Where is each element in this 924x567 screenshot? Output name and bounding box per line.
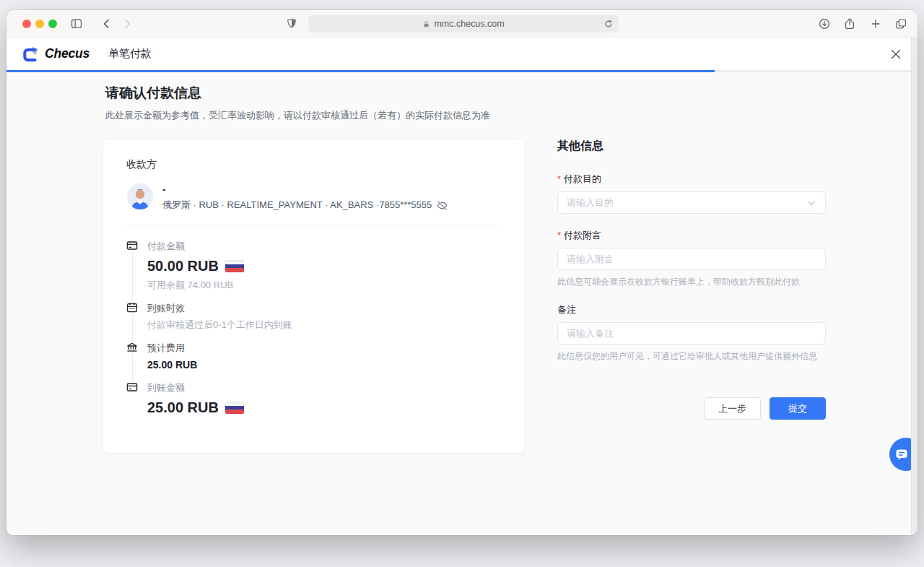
page-row: Checus 单笔付款 请确认付款信息 此处展示金额为参考值，受汇率波动影响，请… (6, 38, 918, 535)
russia-flag-icon (225, 260, 244, 272)
eye-off-icon[interactable] (437, 200, 448, 211)
close-window-button[interactable] (22, 20, 31, 28)
downloads-icon[interactable] (818, 17, 831, 30)
timeline-item-arrival-time: 到账时效 付款审核通过后0-1个工作日内到账 (126, 302, 502, 332)
arrival-amount-value: 25.00 RUB (147, 398, 219, 417)
close-icon[interactable] (888, 46, 904, 62)
postscript-input-wrap (557, 248, 826, 270)
postscript-helper: 此信息可能会展示在收款方银行账单上，帮助收款方甄别此付款 (557, 276, 826, 288)
payee-avatar (126, 183, 154, 210)
submit-button[interactable]: 提交 (770, 397, 826, 420)
page-subtitle: 此处展示金额为参考值，受汇率波动影响，请以付款审核通过后（若有）的实际付款信息为… (105, 109, 490, 122)
chat-support-button[interactable] (889, 438, 911, 471)
zoom-window-button[interactable] (48, 20, 57, 28)
web-page: Checus 单笔付款 请确认付款信息 此处展示金额为参考值，受汇率波动影响，请… (6, 38, 911, 535)
payment-timeline: 付款金额 50.00 RUB 可用余额 74.00 RUB (126, 240, 502, 417)
timeline-item-arrival-amount: 到账金额 25.00 RUB (126, 381, 502, 417)
purpose-placeholder: 请输入目的 (567, 196, 806, 209)
payee-row: - 俄罗斯 · RUB · REALTIME_PAYMENT · AK_BARS… (126, 183, 502, 212)
lock-icon (422, 20, 430, 29)
remark-field-group: 备注 此信息仅您的用户可见，可通过它给审批人或其他用户提供额外信息 (557, 303, 826, 363)
credit-card-icon (126, 240, 138, 251)
scrollbar[interactable] (911, 38, 918, 535)
chat-bubble-icon (894, 447, 909, 462)
payee-details-text: 俄罗斯 · RUB · REALTIME_PAYMENT · AK_BARS ·… (162, 199, 432, 212)
tab-overview-icon[interactable] (894, 17, 907, 30)
main-content: 请确认付款信息 此处展示金额为参考值，受汇率波动影响，请以付款审核通过后（若有）… (6, 72, 911, 535)
remark-label-text: 备注 (557, 304, 576, 315)
card-divider (126, 225, 502, 225)
payment-summary-card: 收款方 - (103, 139, 526, 454)
payment-amount-body: 付款金额 50.00 RUB 可用余额 74.00 RUB (147, 240, 244, 292)
payee-details-row: 俄罗斯 · RUB · REALTIME_PAYMENT · AK_BARS ·… (162, 199, 448, 212)
form-title: 其他信息 (557, 139, 826, 154)
timeline-item-estimated-fee: 预计费用 25.00 RUB (126, 342, 502, 371)
russia-flag-icon (225, 402, 244, 414)
payment-amount-value: 50.00 RUB (147, 256, 219, 275)
chevron-down-icon (806, 198, 816, 208)
payee-section-label: 收款方 (126, 158, 502, 171)
browser-toolbar: mmc.checus.com (6, 10, 918, 38)
arrival-amount-label: 到账金额 (147, 381, 244, 394)
purpose-select[interactable]: 请输入目的 (557, 191, 826, 214)
estimated-fee-label: 预计费用 (147, 342, 197, 355)
other-info-panel: 其他信息 *付款目的 请输入目的 (557, 139, 826, 420)
payment-amount-label: 付款金额 (147, 240, 244, 253)
required-mark: * (557, 173, 561, 184)
estimated-fee-body: 预计费用 25.00 RUB (147, 342, 197, 371)
payee-name: - (162, 183, 448, 195)
arrival-time-desc: 付款审核通过后0-1个工作日内到账 (147, 319, 292, 332)
sidebar-toggle-icon[interactable] (70, 17, 83, 30)
remark-helper: 此信息仅您的用户可见，可通过它给审批人或其他用户提供额外信息 (557, 350, 826, 363)
postscript-field-group: *付款附言 此信息可能会展示在收款方银行账单上，帮助收款方甄别此付款 (557, 229, 826, 288)
remark-input[interactable] (567, 328, 816, 339)
back-button[interactable]: 上一步 (704, 397, 761, 420)
payment-amount-value-row: 50.00 RUB (147, 256, 244, 275)
remark-input-wrap (557, 322, 826, 345)
share-icon[interactable] (843, 17, 856, 30)
page-title-header: 单笔付款 (108, 47, 152, 61)
postscript-label: *付款附言 (557, 229, 826, 242)
arrival-time-label: 到账时效 (147, 302, 292, 315)
app-header: Checus 单笔付款 (6, 38, 911, 70)
privacy-shield-icon[interactable] (285, 17, 298, 30)
bank-icon (126, 342, 138, 353)
new-tab-icon[interactable] (869, 17, 882, 30)
estimated-fee-value: 25.00 RUB (147, 358, 197, 371)
address-bar[interactable]: mmc.checus.com (308, 15, 619, 33)
back-icon[interactable] (100, 17, 113, 30)
page-title: 请确认付款信息 (105, 84, 490, 103)
purpose-label: *付款目的 (557, 173, 826, 186)
checus-logo-icon (21, 45, 40, 64)
purpose-label-text: 付款目的 (564, 173, 601, 184)
payee-info: - 俄罗斯 · RUB · REALTIME_PAYMENT · AK_BARS… (162, 183, 448, 212)
reload-icon[interactable] (603, 19, 614, 29)
forward-icon[interactable] (121, 17, 134, 30)
browser-window: mmc.checus.com Checus (6, 10, 918, 535)
postscript-input[interactable] (567, 254, 816, 264)
form-buttons: 上一步 提交 (557, 397, 826, 420)
purpose-field-group: *付款目的 请输入目的 (557, 173, 826, 214)
arrival-amount-value-row: 25.00 RUB (147, 398, 244, 417)
credit-card-icon (126, 381, 138, 393)
url-text: mmc.checus.com (434, 19, 504, 29)
calendar-icon (126, 302, 138, 313)
remark-label: 备注 (557, 303, 826, 316)
required-mark: * (557, 230, 561, 241)
minimize-window-button[interactable] (35, 20, 44, 28)
arrival-amount-body: 到账金额 25.00 RUB (147, 381, 244, 417)
postscript-label-text: 付款附言 (564, 230, 601, 241)
timeline-item-payment-amount: 付款金额 50.00 RUB 可用余额 74.00 RUB (126, 240, 502, 292)
arrival-time-body: 到账时效 付款审核通过后0-1个工作日内到账 (147, 302, 292, 332)
brand-name: Checus (45, 46, 90, 61)
page-head: 请确认付款信息 此处展示金额为参考值，受汇率波动影响，请以付款审核通过后（若有）… (105, 84, 490, 122)
available-balance: 可用余额 74.00 RUB (147, 279, 244, 292)
